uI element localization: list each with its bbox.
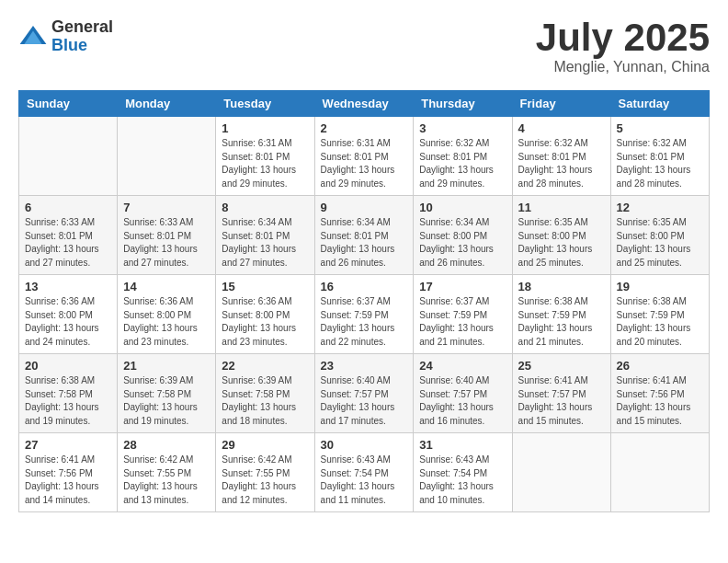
calendar-week-row: 6Sunrise: 6:33 AMSunset: 8:01 PMDaylight…: [19, 196, 710, 275]
day-info: Sunrise: 6:32 AMSunset: 8:01 PMDaylight:…: [617, 137, 703, 190]
calendar-cell: [19, 117, 118, 196]
day-number: 20: [25, 359, 111, 373]
day-number: 7: [123, 201, 210, 214]
day-info: Sunrise: 6:43 AMSunset: 7:54 PMDaylight:…: [419, 454, 506, 507]
day-number: 21: [123, 359, 210, 373]
day-info: Sunrise: 6:41 AMSunset: 7:56 PMDaylight:…: [25, 454, 111, 507]
calendar-header-sunday: Sunday: [19, 91, 118, 117]
calendar-cell: 4Sunrise: 6:32 AMSunset: 8:01 PMDaylight…: [512, 117, 610, 196]
day-info: Sunrise: 6:41 AMSunset: 7:56 PMDaylight:…: [617, 374, 703, 428]
calendar-cell: 14Sunrise: 6:36 AMSunset: 8:00 PMDayligh…: [118, 275, 216, 354]
logo-text: General Blue: [51, 18, 113, 55]
day-number: 5: [617, 121, 703, 135]
day-info: Sunrise: 6:35 AMSunset: 8:00 PMDaylight:…: [617, 216, 703, 270]
day-number: 16: [321, 280, 408, 293]
calendar-header-wednesday: Wednesday: [314, 91, 414, 117]
calendar-week-row: 13Sunrise: 6:36 AMSunset: 8:00 PMDayligh…: [19, 275, 710, 354]
day-number: 13: [25, 280, 111, 293]
day-info: Sunrise: 6:39 AMSunset: 7:58 PMDaylight:…: [123, 374, 210, 428]
day-info: Sunrise: 6:35 AMSunset: 8:00 PMDaylight:…: [518, 216, 605, 270]
day-info: Sunrise: 6:42 AMSunset: 7:55 PMDaylight:…: [123, 454, 210, 507]
title-block: July 2025 Menglie, Yunnan, China: [536, 18, 710, 75]
calendar-cell: 21Sunrise: 6:39 AMSunset: 7:58 PMDayligh…: [118, 354, 216, 433]
calendar-cell: 8Sunrise: 6:34 AMSunset: 8:01 PMDaylight…: [216, 196, 314, 275]
day-number: 30: [321, 438, 408, 452]
day-number: 14: [123, 280, 210, 293]
logo-blue: Blue: [51, 37, 113, 55]
day-info: Sunrise: 6:41 AMSunset: 7:57 PMDaylight:…: [518, 374, 605, 428]
day-info: Sunrise: 6:37 AMSunset: 7:59 PMDaylight:…: [419, 295, 506, 349]
location: Menglie, Yunnan, China: [536, 59, 710, 75]
day-number: 3: [419, 121, 506, 135]
calendar-cell: [118, 117, 216, 196]
day-number: 8: [222, 201, 308, 214]
day-number: 1: [222, 121, 308, 135]
calendar-cell: 24Sunrise: 6:40 AMSunset: 7:57 PMDayligh…: [414, 354, 512, 433]
calendar-cell: 29Sunrise: 6:42 AMSunset: 7:55 PMDayligh…: [216, 433, 314, 512]
day-info: Sunrise: 6:31 AMSunset: 8:01 PMDaylight:…: [222, 137, 308, 190]
day-number: 4: [518, 121, 605, 135]
calendar-cell: 2Sunrise: 6:31 AMSunset: 8:01 PMDaylight…: [314, 117, 414, 196]
calendar-week-row: 1Sunrise: 6:31 AMSunset: 8:01 PMDaylight…: [19, 117, 710, 196]
calendar-cell: 19Sunrise: 6:38 AMSunset: 7:59 PMDayligh…: [610, 275, 709, 354]
day-info: Sunrise: 6:39 AMSunset: 7:58 PMDaylight:…: [222, 374, 308, 428]
calendar-cell: 20Sunrise: 6:38 AMSunset: 7:58 PMDayligh…: [19, 354, 118, 433]
day-number: 19: [617, 280, 703, 293]
calendar-cell: 7Sunrise: 6:33 AMSunset: 8:01 PMDaylight…: [118, 196, 216, 275]
calendar-header-row: SundayMondayTuesdayWednesdayThursdayFrid…: [19, 91, 710, 117]
day-number: 24: [419, 359, 506, 373]
day-number: 11: [518, 201, 605, 214]
calendar-cell: 5Sunrise: 6:32 AMSunset: 8:01 PMDaylight…: [610, 117, 709, 196]
day-info: Sunrise: 6:40 AMSunset: 7:57 PMDaylight:…: [419, 374, 506, 428]
calendar-cell: 18Sunrise: 6:38 AMSunset: 7:59 PMDayligh…: [512, 275, 610, 354]
calendar-header-monday: Monday: [118, 91, 216, 117]
calendar-cell: 26Sunrise: 6:41 AMSunset: 7:56 PMDayligh…: [610, 354, 709, 433]
day-number: 15: [222, 280, 308, 293]
calendar-cell: 31Sunrise: 6:43 AMSunset: 7:54 PMDayligh…: [414, 433, 512, 512]
day-number: 27: [25, 438, 111, 452]
day-info: Sunrise: 6:33 AMSunset: 8:01 PMDaylight:…: [25, 216, 111, 270]
day-number: 23: [321, 359, 408, 373]
day-number: 2: [321, 121, 408, 135]
calendar-cell: 12Sunrise: 6:35 AMSunset: 8:00 PMDayligh…: [610, 196, 709, 275]
day-number: 26: [617, 359, 703, 373]
calendar-cell: [610, 433, 709, 512]
day-info: Sunrise: 6:32 AMSunset: 8:01 PMDaylight:…: [419, 137, 506, 190]
logo-icon: [18, 22, 48, 52]
month-title: July 2025: [536, 18, 710, 57]
day-number: 10: [419, 201, 506, 214]
day-number: 6: [25, 201, 111, 214]
day-info: Sunrise: 6:37 AMSunset: 7:59 PMDaylight:…: [321, 295, 408, 349]
day-number: 9: [321, 201, 408, 214]
calendar-cell: 3Sunrise: 6:32 AMSunset: 8:01 PMDaylight…: [414, 117, 512, 196]
day-info: Sunrise: 6:36 AMSunset: 8:00 PMDaylight:…: [25, 295, 111, 349]
day-info: Sunrise: 6:38 AMSunset: 7:59 PMDaylight:…: [518, 295, 605, 349]
page-header: General Blue July 2025 Menglie, Yunnan, …: [18, 18, 710, 75]
day-info: Sunrise: 6:36 AMSunset: 8:00 PMDaylight:…: [222, 295, 308, 349]
day-info: Sunrise: 6:38 AMSunset: 7:59 PMDaylight:…: [617, 295, 703, 349]
calendar-week-row: 27Sunrise: 6:41 AMSunset: 7:56 PMDayligh…: [19, 433, 710, 512]
calendar-cell: 23Sunrise: 6:40 AMSunset: 7:57 PMDayligh…: [314, 354, 414, 433]
calendar-cell: 10Sunrise: 6:34 AMSunset: 8:00 PMDayligh…: [414, 196, 512, 275]
calendar-table: SundayMondayTuesdayWednesdayThursdayFrid…: [18, 90, 710, 512]
day-number: 31: [419, 438, 506, 452]
day-number: 28: [123, 438, 210, 452]
day-info: Sunrise: 6:40 AMSunset: 7:57 PMDaylight:…: [321, 374, 408, 428]
calendar-header-friday: Friday: [512, 91, 610, 117]
calendar-week-row: 20Sunrise: 6:38 AMSunset: 7:58 PMDayligh…: [19, 354, 710, 433]
logo: General Blue: [18, 18, 113, 55]
calendar-header-tuesday: Tuesday: [216, 91, 314, 117]
calendar-cell: 16Sunrise: 6:37 AMSunset: 7:59 PMDayligh…: [314, 275, 414, 354]
day-number: 25: [518, 359, 605, 373]
day-number: 12: [617, 201, 703, 214]
day-number: 18: [518, 280, 605, 293]
calendar-cell: 6Sunrise: 6:33 AMSunset: 8:01 PMDaylight…: [19, 196, 118, 275]
calendar-cell: [512, 433, 610, 512]
calendar-cell: 17Sunrise: 6:37 AMSunset: 7:59 PMDayligh…: [414, 275, 512, 354]
day-info: Sunrise: 6:34 AMSunset: 8:01 PMDaylight:…: [222, 216, 308, 270]
day-info: Sunrise: 6:43 AMSunset: 7:54 PMDaylight:…: [321, 454, 408, 507]
day-info: Sunrise: 6:34 AMSunset: 8:00 PMDaylight:…: [419, 216, 506, 270]
day-number: 17: [419, 280, 506, 293]
calendar-cell: 28Sunrise: 6:42 AMSunset: 7:55 PMDayligh…: [118, 433, 216, 512]
calendar-cell: 15Sunrise: 6:36 AMSunset: 8:00 PMDayligh…: [216, 275, 314, 354]
